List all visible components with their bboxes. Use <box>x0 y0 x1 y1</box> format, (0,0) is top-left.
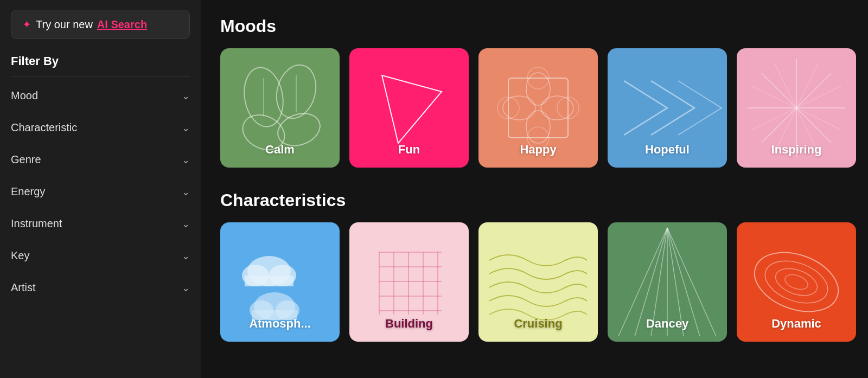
filter-key[interactable]: Key ⌄ <box>11 240 190 272</box>
filter-mood[interactable]: Mood ⌄ <box>11 80 190 112</box>
moods-cards-row: Calm Fun <box>220 48 848 168</box>
ai-search-link-text: AI Search <box>97 18 147 31</box>
mood-card-hopeful[interactable]: Hopeful <box>608 48 727 168</box>
sparkle-icon: ✦ <box>22 18 31 31</box>
chevron-down-icon: ⌄ <box>182 186 190 198</box>
svg-line-26 <box>796 108 831 143</box>
ai-search-button[interactable]: ✦ Try our new AI Search <box>11 10 190 39</box>
filter-by-label: Filter By <box>11 54 190 68</box>
mood-hopeful-label: Hopeful <box>608 143 727 157</box>
sidebar-divider <box>11 76 190 76</box>
svg-point-63 <box>783 272 810 292</box>
svg-line-7 <box>382 75 398 143</box>
characteristics-section-title: Characteristics <box>220 190 848 210</box>
chevron-down-icon: ⌄ <box>182 154 190 166</box>
svg-line-33 <box>752 108 796 130</box>
chevron-down-icon: ⌄ <box>182 218 190 230</box>
filter-artist-label: Artist <box>11 281 36 294</box>
char-card-cruising[interactable]: Cruising <box>478 222 598 342</box>
chevron-down-icon: ⌄ <box>182 282 190 294</box>
svg-line-29 <box>796 86 841 108</box>
mood-inspiring-label: Inspiring <box>737 143 856 157</box>
chevron-down-icon: ⌄ <box>182 90 190 102</box>
char-card-dancey[interactable]: Dancey <box>608 222 727 342</box>
char-dancey-label: Dancey <box>608 317 727 331</box>
ai-search-prefix: Try our new <box>36 18 93 31</box>
filter-genre[interactable]: Genre ⌄ <box>11 144 190 176</box>
filter-mood-label: Mood <box>11 89 38 102</box>
chevron-down-icon: ⌄ <box>182 250 190 262</box>
svg-point-61 <box>760 253 834 311</box>
mood-happy-label: Happy <box>478 143 598 157</box>
svg-line-34 <box>752 86 796 108</box>
characteristics-cards-row: Atmosph... Building <box>220 222 848 342</box>
mood-card-calm[interactable]: Calm <box>220 48 340 168</box>
char-card-building[interactable]: Building <box>349 222 469 342</box>
filter-artist[interactable]: Artist ⌄ <box>11 272 190 304</box>
mood-card-inspiring[interactable]: Inspiring <box>737 48 856 168</box>
svg-line-25 <box>762 108 796 143</box>
char-cruising-label: Cruising <box>478 317 598 331</box>
mood-card-happy[interactable]: Happy <box>478 48 598 168</box>
svg-rect-10 <box>508 78 568 138</box>
svg-line-8 <box>398 92 442 143</box>
sidebar: ✦ Try our new AI Search Filter By Mood ⌄… <box>0 0 201 378</box>
svg-line-24 <box>796 73 831 108</box>
mood-calm-label: Calm <box>220 143 340 157</box>
svg-line-28 <box>796 63 818 108</box>
svg-line-9 <box>382 75 442 92</box>
char-atmosph-label: Atmosph... <box>220 317 340 331</box>
mood-fun-label: Fun <box>349 143 469 157</box>
svg-rect-38 <box>245 276 293 286</box>
chevron-down-icon: ⌄ <box>182 122 190 134</box>
filter-key-label: Key <box>11 249 29 262</box>
filter-characteristic-label: Characteristic <box>11 121 77 134</box>
filter-energy-label: Energy <box>11 185 45 198</box>
char-card-atmosph[interactable]: Atmosph... <box>220 222 340 342</box>
char-card-dynamic[interactable]: Dynamic <box>737 222 856 342</box>
moods-section-title: Moods <box>220 16 848 36</box>
char-building-label: Building <box>349 317 469 331</box>
char-dynamic-label: Dynamic <box>737 317 856 331</box>
filter-energy[interactable]: Energy ⌄ <box>11 176 190 208</box>
main-content: Moods Calm Fu <box>201 0 868 378</box>
filter-instrument[interactable]: Instrument ⌄ <box>11 208 190 240</box>
svg-point-60 <box>746 242 847 323</box>
svg-line-27 <box>775 63 796 108</box>
mood-card-fun[interactable]: Fun <box>349 48 469 168</box>
filter-characteristic[interactable]: Characteristic ⌄ <box>11 112 190 144</box>
svg-line-30 <box>796 108 841 130</box>
svg-marker-6 <box>382 75 442 143</box>
filter-genre-label: Genre <box>11 153 41 166</box>
filter-instrument-label: Instrument <box>11 217 62 230</box>
svg-line-23 <box>762 73 796 108</box>
